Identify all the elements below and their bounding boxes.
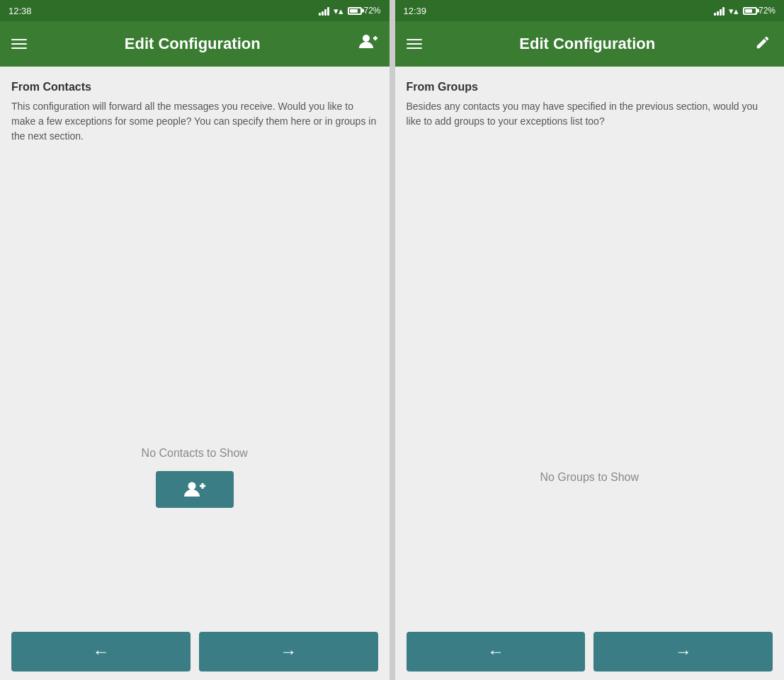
back-arrow-icon-2: ← — [487, 642, 504, 662]
section-description-2: Besides any contacts you may have specif… — [407, 99, 773, 129]
forward-arrow-icon-2: → — [675, 642, 692, 662]
time-1: 12:38 — [8, 6, 32, 16]
add-contact-button-1[interactable] — [156, 471, 234, 508]
section-title-1: From Contacts — [11, 81, 378, 94]
screen-2: 12:39 ▾▴ 72% Edit Configuration — [390, 0, 785, 680]
back-arrow-icon-1: ← — [92, 642, 109, 662]
app-bar-1: Edit Configuration — [0, 21, 390, 67]
battery-fill-1 — [350, 9, 357, 13]
screen-1: 12:38 ▾▴ 72% Edit Configuration — [0, 0, 390, 680]
battery-percent-1: 72% — [363, 6, 380, 16]
wifi-icon-1: ▾▴ — [334, 6, 343, 16]
wifi-icon-2: ▾▴ — [729, 6, 739, 16]
add-person-button-1[interactable] — [358, 34, 378, 54]
time-2: 12:39 — [404, 6, 427, 16]
content-1: From Contacts This configuration will fo… — [0, 67, 390, 317]
empty-state-2: No Groups to Show — [395, 317, 785, 623]
battery-percent-2: 72% — [759, 6, 776, 16]
forward-button-2[interactable]: → — [593, 632, 773, 672]
app-bar-2: Edit Configuration — [395, 21, 785, 67]
battery-fill-2 — [745, 9, 752, 13]
back-button-1[interactable]: ← — [11, 632, 191, 672]
signal-icon-1 — [319, 6, 329, 16]
section-description-1: This configuration will forward all the … — [11, 99, 378, 144]
signal-icon-2 — [714, 6, 725, 16]
add-contact-icon-1 — [184, 481, 205, 498]
edit-button-2[interactable] — [753, 35, 773, 54]
bottom-nav-2: ← → — [395, 623, 785, 680]
status-bar-1: 12:38 ▾▴ 72% — [0, 0, 390, 21]
battery-2: 72% — [743, 6, 776, 16]
pencil-icon-2 — [755, 35, 771, 50]
battery-icon-1 — [348, 7, 362, 15]
empty-text-1: No Contacts to Show — [142, 447, 248, 460]
hamburger-icon-1[interactable] — [11, 39, 27, 49]
empty-text-2: No Groups to Show — [540, 471, 639, 484]
forward-arrow-icon-1: → — [280, 642, 297, 662]
battery-icon-2 — [743, 7, 757, 15]
bottom-nav-1: ← → — [0, 623, 390, 680]
svg-point-3 — [188, 482, 195, 489]
content-2: From Groups Besides any contacts you may… — [395, 67, 785, 317]
app-bar-title-1: Edit Configuration — [38, 35, 347, 53]
svg-point-0 — [363, 35, 370, 42]
forward-button-1[interactable]: → — [199, 632, 378, 672]
back-button-2[interactable]: ← — [407, 632, 586, 672]
status-icons-2: ▾▴ 72% — [714, 6, 776, 16]
status-icons-1: ▾▴ 72% — [319, 6, 380, 16]
empty-state-1: No Contacts to Show — [0, 317, 390, 623]
battery-1: 72% — [348, 6, 380, 16]
hamburger-icon-2[interactable] — [407, 39, 422, 49]
add-person-icon-1 — [359, 34, 377, 50]
app-bar-title-2: Edit Configuration — [433, 35, 742, 53]
status-bar-2: 12:39 ▾▴ 72% — [395, 0, 785, 21]
section-title-2: From Groups — [407, 81, 773, 94]
